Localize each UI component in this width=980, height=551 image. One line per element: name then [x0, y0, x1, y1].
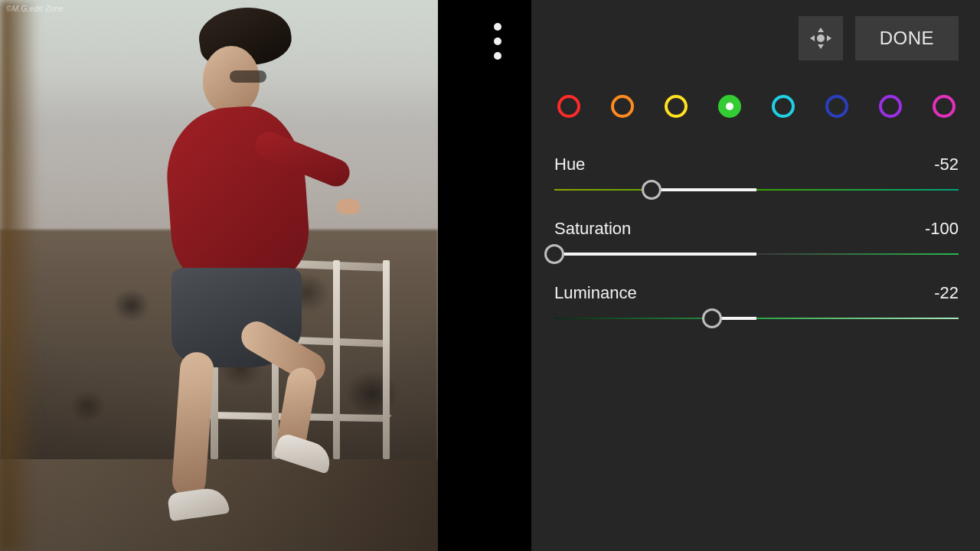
saturation-label: Saturation: [554, 219, 631, 239]
color-swatch-red[interactable]: [557, 95, 580, 118]
luminance-label: Luminance: [554, 283, 637, 303]
move-pan-button[interactable]: [799, 16, 843, 60]
hue-slider-row: Hue -52: [554, 155, 959, 191]
saturation-slider-row: Saturation -100: [554, 219, 959, 256]
color-channel-swatches: [557, 95, 956, 118]
color-swatch-orange[interactable]: [611, 95, 634, 118]
more-options-icon[interactable]: [488, 23, 507, 60]
hue-label: Hue: [554, 155, 585, 174]
color-mix-panel: DONE Hue -52 Saturation: [531, 0, 980, 551]
slider-group: Hue -52 Saturation -100: [554, 155, 959, 320]
preview-pane: ©M.G.edit Zone: [0, 0, 531, 551]
hue-slider-thumb[interactable]: [642, 180, 662, 200]
svg-point-0: [817, 34, 825, 42]
saturation-slider-track[interactable]: [554, 253, 959, 256]
color-swatch-purple[interactable]: [879, 95, 902, 118]
move-arrows-icon: [808, 26, 833, 51]
luminance-value: -22: [934, 283, 959, 303]
hue-value: -52: [934, 155, 959, 174]
color-swatch-yellow[interactable]: [665, 95, 688, 118]
done-button[interactable]: DONE: [855, 16, 959, 60]
luminance-slider-row: Luminance -22: [554, 283, 959, 320]
edited-photo[interactable]: ©M.G.edit Zone: [0, 0, 438, 551]
luminance-slider-track[interactable]: [554, 317, 959, 320]
app-root: ©M.G.edit Zone DONE: [0, 0, 980, 551]
color-swatch-magenta[interactable]: [933, 95, 956, 118]
done-button-label: DONE: [880, 28, 934, 49]
panel-toolbar: DONE: [554, 15, 959, 61]
color-swatch-aqua[interactable]: [772, 95, 795, 118]
color-swatch-green[interactable]: [718, 95, 741, 118]
color-swatch-blue[interactable]: [825, 95, 848, 118]
watermark-text: ©M.G.edit Zone: [6, 5, 64, 13]
saturation-slider-thumb[interactable]: [544, 244, 564, 264]
luminance-slider-thumb[interactable]: [702, 308, 722, 328]
saturation-value: -100: [925, 219, 959, 239]
hue-slider-track[interactable]: [554, 188, 959, 191]
